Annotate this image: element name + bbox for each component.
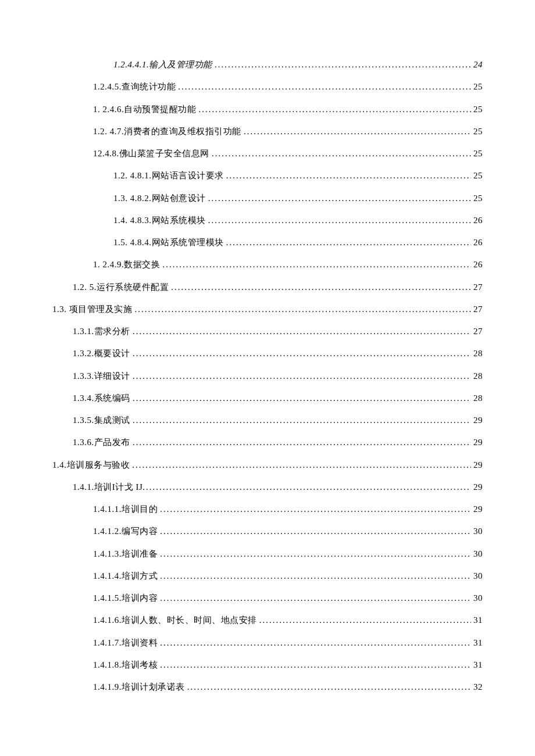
toc-entry: 1.4.1.5.培训内容 30 xyxy=(52,587,483,609)
toc-entry-label: 1.4.1.6.培训人数、时长、时间、地点安排 xyxy=(93,609,259,631)
toc-entry-page: 29 xyxy=(471,476,483,498)
toc-entry-label: 1.4.1.1.培训目的 xyxy=(93,498,160,520)
toc-entry: 1.4.1.1.培训目的 29 xyxy=(52,498,483,520)
toc-entry-label: 1.4.1.3.培训准备 xyxy=(93,543,160,565)
toc-entry-page: 29 xyxy=(471,431,483,453)
toc-entry: 1.4.1.7.培训资料 31 xyxy=(52,632,483,654)
toc-entry: 1.2. 4.7.消费者的查询及维权指引功能 25 xyxy=(52,120,483,142)
toc-entry-page: 30 xyxy=(471,543,483,565)
toc-entry-page: 32 xyxy=(471,676,483,698)
toc-entry-page: 31 xyxy=(471,632,483,654)
toc-entry: 1.3.3.详细设计 28 xyxy=(52,365,483,387)
toc-entry-page: 28 xyxy=(471,342,483,364)
toc-entry: 1.3. 项目管理及实施 27 xyxy=(52,298,483,320)
toc-entry-label: 1.5. 4.8.4.网站系统管理模块 xyxy=(113,231,226,253)
toc-entry-leader xyxy=(187,676,471,698)
toc-entry-label: 12.4.8.佛山菜篮子安全信息网 xyxy=(93,142,212,164)
toc-entry: 1.3.2.概要设计 28 xyxy=(52,342,483,364)
toc-entry-page: 29 xyxy=(471,498,483,520)
toc-entry-leader xyxy=(160,565,471,587)
toc-entry-page: 31 xyxy=(471,609,483,631)
toc-entry-label: 1.3.2.概要设计 xyxy=(73,342,133,364)
toc-entry-page: 24 xyxy=(471,53,483,76)
toc-entry-leader xyxy=(244,120,471,142)
toc-entry-page: 25 xyxy=(471,187,483,209)
toc-entry-label: 1.4.培训服务与验收 xyxy=(52,454,132,476)
toc-entry-leader xyxy=(160,587,471,609)
toc-entry-leader xyxy=(160,498,471,520)
toc-entry: 12.4.8.佛山菜篮子安全信息网 25 xyxy=(52,142,483,164)
toc-entry-label: 1. 2.4.9.数据交换 xyxy=(93,253,163,275)
toc-entry-leader xyxy=(226,231,471,253)
toc-entry-label: 1.3.4.系统编码 xyxy=(73,387,133,409)
toc-entry-label: 1.4.1.培训I计戈 IJ xyxy=(73,476,142,498)
toc-entry: 1.2.4.4.1.输入及管理功能 24 xyxy=(52,53,483,76)
toc-entry: 1.4.1.8.培训考核 31 xyxy=(52,654,483,676)
toc-entry-label: 1.3.6.产品发布 xyxy=(73,431,133,453)
toc-entry-leader xyxy=(133,365,471,387)
toc-entry: 1. 2.4.6.自动预警提醒功能 25 xyxy=(52,98,483,120)
toc-entry-leader xyxy=(160,520,471,542)
toc-entry-leader xyxy=(199,98,472,120)
toc-entry-leader xyxy=(226,164,471,187)
toc-entry-leader xyxy=(133,320,471,342)
toc-entry-page: 26 xyxy=(471,253,483,275)
toc-page: 1.2.4.4.1.输入及管理功能 241.2.4.5.查询统计功能 251. … xyxy=(0,0,535,750)
toc-entry-page: 31 xyxy=(471,654,483,676)
toc-entry-page: 27 xyxy=(471,276,483,298)
toc-entry: 1.3. 4.8.2.网站创意设计 25 xyxy=(52,187,483,209)
toc-entry-page: 30 xyxy=(471,520,483,542)
toc-entry-page: 30 xyxy=(471,565,483,587)
toc-entry-leader xyxy=(133,409,471,431)
toc-entry-label: 1. 2.4.6.自动预警提醒功能 xyxy=(93,98,199,120)
toc-entry: 1.4.1.3.培训准备 30 xyxy=(52,543,483,565)
toc-entry-label: 1.2. 4.7.消费者的查询及维权指引功能 xyxy=(93,120,244,142)
toc-entry: 1.4.1.4.培训方式 30 xyxy=(52,565,483,587)
toc-entry: 1.4.1.培训I计戈 IJ29 xyxy=(52,476,483,498)
toc-entry-leader xyxy=(133,342,471,364)
toc-entry-label: 1.3.5.集成测试 xyxy=(73,409,133,431)
toc-entry-label: 1.4.1.2.编写内容 xyxy=(93,520,160,542)
toc-entry: 1.2. 4.8.1.网站语言设计要求 25 xyxy=(52,164,483,187)
toc-entry-label: 1.4.1.4.培训方式 xyxy=(93,565,160,587)
toc-entry-label: 1.2. 4.8.1.网站语言设计要求 xyxy=(113,164,226,187)
toc-entry-label: 1.3.3.详细设计 xyxy=(73,365,133,387)
toc-entry: 1.4.1.2.编写内容 30 xyxy=(52,520,483,542)
toc-entry-leader xyxy=(132,454,471,476)
toc-entry-page: 27 xyxy=(471,320,483,342)
toc-entry-label: 1.4. 4.8.3.网站系统模块 xyxy=(113,209,208,231)
toc-entry-page: 28 xyxy=(471,365,483,387)
toc-entry-leader xyxy=(178,76,471,98)
toc-entry-label: 1.4.1.9.培训计划承诺表 xyxy=(93,676,187,698)
toc-entry: 1.3.5.集成测试 29 xyxy=(52,409,483,431)
toc-entry-leader xyxy=(142,476,471,498)
toc-entry-label: 1.3.1.需求分析 xyxy=(73,320,133,342)
toc-entry-leader xyxy=(208,187,471,209)
toc-entry-page: 25 xyxy=(471,164,483,187)
toc-entry-leader xyxy=(160,654,471,676)
toc-entry-label: 1.2. 5.运行系统硬件配置 xyxy=(73,276,171,298)
toc-entry-leader xyxy=(171,276,471,298)
toc-entry: 1.5. 4.8.4.网站系统管理模块 26 xyxy=(52,231,483,253)
toc-entry: 1.4.培训服务与验收 29 xyxy=(52,454,483,476)
toc-entry-leader xyxy=(133,431,471,453)
toc-entry-leader xyxy=(212,142,471,164)
toc-entry-label: 1.2.4.5.查询统计功能 xyxy=(93,76,178,98)
toc-entry-leader xyxy=(208,209,471,231)
toc-entry-leader xyxy=(163,253,472,275)
toc-entry: 1.3.6.产品发布 29 xyxy=(52,431,483,453)
toc-entry-page: 25 xyxy=(471,120,483,142)
toc-entry-page: 26 xyxy=(471,209,483,231)
toc-entry: 1.3.1.需求分析 27 xyxy=(52,320,483,342)
toc-entry-page: 29 xyxy=(471,454,483,476)
toc-entry-leader xyxy=(160,543,471,565)
toc-entry-page: 25 xyxy=(471,98,483,120)
toc-entry-page: 25 xyxy=(471,142,483,164)
toc-entry-page: 25 xyxy=(471,76,483,98)
toc-entry-page: 30 xyxy=(471,587,483,609)
toc-entry-label: 1.4.1.7.培训资料 xyxy=(93,632,160,654)
toc-entry: 1.4. 4.8.3.网站系统模块 26 xyxy=(52,209,483,231)
toc-entry: 1. 2.4.9.数据交换 26 xyxy=(52,253,483,275)
toc-entry-leader xyxy=(215,53,471,76)
toc-entry-leader xyxy=(259,609,471,631)
